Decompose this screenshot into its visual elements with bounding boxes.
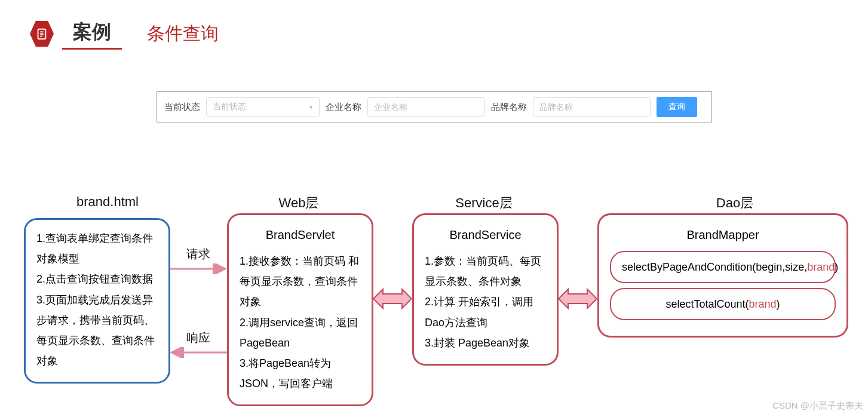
arrow-response-label: 响应 — [186, 330, 210, 346]
arrow-request-label: 请求 — [186, 246, 210, 262]
col-title-dao: Dao层 — [693, 194, 777, 212]
col-title-web: Web层 — [257, 194, 341, 212]
company-label: 企业名称 — [326, 102, 361, 113]
dao-box-title: BrandMapper — [610, 223, 836, 246]
ui-box: 1.查询表单绑定查询条件对象模型 2.点击查询按钮查询数据 3.页面加载完成后发… — [24, 218, 170, 384]
web-box-title: BrandServlet — [240, 223, 361, 246]
status-select-placeholder: 当前状态 — [213, 102, 246, 112]
watermark: CSDN @小黑子史蒂夫 — [772, 400, 863, 412]
service-item-1: 1.参数：当前页码、每页显示条数、条件对象 — [425, 251, 546, 292]
page-subtitle: 条件查询 — [147, 22, 219, 46]
query-button[interactable]: 查询 — [657, 97, 697, 117]
architecture-diagram: brand.html Web层 Service层 Dao层 1.查询表单绑定查询… — [0, 194, 868, 409]
status-label: 当前状态 — [164, 102, 200, 113]
status-select[interactable]: 当前状态 ▾ — [206, 97, 320, 116]
web-item-1: 1.接收参数：当前页码 和每页显示条数，查询条件对象 — [240, 251, 361, 312]
service-item-2: 2.计算 开始索引，调用Dao方法查询 — [425, 292, 546, 332]
service-box-title: BrandService — [425, 223, 546, 246]
ui-item-3: 3.页面加载完成后发送异步请求，携带当前页码、每页显示条数、查询条件对象 — [36, 290, 158, 372]
chevron-down-icon: ▾ — [309, 103, 313, 111]
web-box: BrandServlet 1.接收参数：当前页码 和每页显示条数，查询条件对象 … — [227, 213, 373, 406]
dao-box: BrandMapper selectByPageAndCondition(beg… — [597, 213, 848, 338]
col-title-service: Service层 — [442, 194, 526, 212]
brand-input[interactable] — [533, 97, 651, 116]
dao-method-select-total-count: selectTotalCount(brand) — [610, 288, 836, 320]
double-arrow-service-dao — [559, 287, 597, 311]
web-item-3: 3.将PageBean转为JSON，写回客户端 — [240, 353, 361, 394]
arrow-response: 响应 — [168, 326, 228, 361]
col-title-ui: brand.html — [54, 194, 161, 210]
web-item-2: 2.调用service查询，返回PageBean — [240, 312, 361, 353]
badge-label: 案例 — [62, 18, 122, 50]
page-header: 案例 条件查询 — [0, 0, 868, 50]
search-form: 当前状态 当前状态 ▾ 企业名称 品牌名称 查询 — [157, 91, 712, 122]
ui-item-2: 2.点击查询按钮查询数据 — [36, 269, 158, 289]
service-box: BrandService 1.参数：当前页码、每页显示条数、条件对象 2.计算 … — [412, 213, 559, 366]
dao-method-select-by-page: selectByPageAndCondition(begin,size,bran… — [610, 251, 836, 283]
ui-item-1: 1.查询表单绑定查询条件对象模型 — [36, 228, 158, 269]
arrow-request: 请求 — [168, 242, 228, 278]
brand-label: 品牌名称 — [491, 102, 527, 113]
badge-hex-icon — [30, 21, 54, 47]
double-arrow-web-service — [373, 287, 412, 311]
company-input[interactable] — [367, 97, 485, 116]
service-item-3: 3.封装 PageBean对象 — [425, 333, 546, 353]
